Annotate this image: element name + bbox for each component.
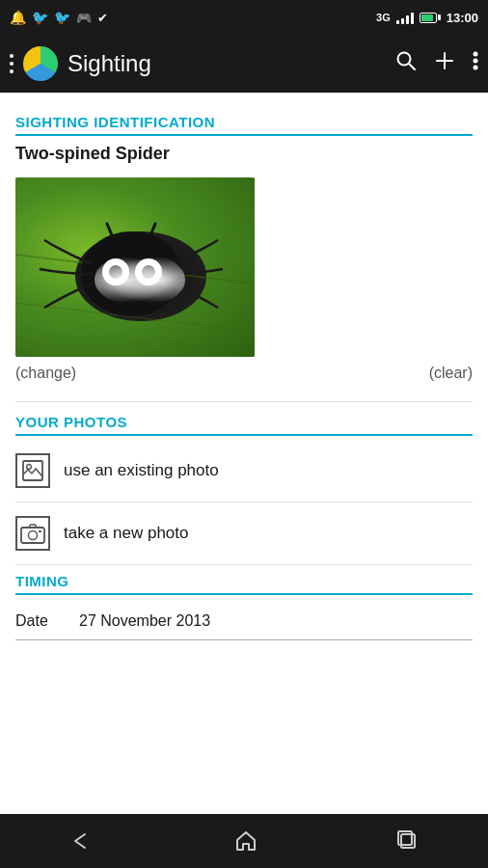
divider-3 xyxy=(15,564,473,565)
timing-section: TIMING Date 27 November 2013 xyxy=(15,573,473,640)
svg-point-10 xyxy=(102,258,129,285)
check-icon: ✔ xyxy=(97,11,108,25)
svg-point-13 xyxy=(142,265,155,279)
use-existing-label: use an existing photo xyxy=(64,461,219,480)
svg-point-4 xyxy=(474,52,478,57)
date-label: Date xyxy=(15,612,64,630)
signal-bar-1 xyxy=(396,20,399,24)
identification-section: SIGHTING IDENTIFICATION Two-spined Spide… xyxy=(15,114,473,382)
app-bar: Sighting xyxy=(0,35,488,93)
home-button[interactable] xyxy=(234,829,258,853)
svg-rect-20 xyxy=(39,530,41,532)
recents-button[interactable] xyxy=(397,830,419,852)
battery-fill xyxy=(421,14,433,21)
twitter-icon1: 🐦 xyxy=(32,10,48,25)
svg-point-11 xyxy=(135,258,162,285)
svg-point-12 xyxy=(109,265,122,279)
camera-icon xyxy=(15,516,50,551)
signal-bar-3 xyxy=(406,15,409,24)
network-label: 3G xyxy=(376,12,391,23)
signal-bar-4 xyxy=(411,13,414,24)
app-logo xyxy=(23,46,58,81)
identification-title: SIGHTING IDENTIFICATION xyxy=(15,114,473,136)
divider-2 xyxy=(15,502,473,502)
more-options-icon[interactable] xyxy=(473,50,478,77)
spider-overlay xyxy=(15,177,255,357)
add-icon[interactable] xyxy=(434,50,455,77)
use-existing-photo-option[interactable]: use an existing photo xyxy=(15,444,473,498)
menu-line-1 xyxy=(10,54,14,58)
svg-point-17 xyxy=(27,465,32,470)
svg-point-5 xyxy=(474,59,478,64)
bottom-nav xyxy=(0,814,488,868)
date-row: Date 27 November 2013 xyxy=(15,603,473,640)
back-button[interactable] xyxy=(69,830,95,852)
take-new-photo-option[interactable]: take a new photo xyxy=(15,506,473,560)
app-bar-actions xyxy=(395,50,478,77)
clear-photo-button[interactable]: (clear) xyxy=(429,365,473,382)
twitter-icon2: 🐦 xyxy=(54,10,70,25)
main-content: SIGHTING IDENTIFICATION Two-spined Spide… xyxy=(0,93,488,814)
svg-rect-18 xyxy=(21,528,44,543)
date-value[interactable]: 27 November 2013 xyxy=(79,612,210,630)
image-icon xyxy=(15,453,50,488)
svg-line-1 xyxy=(409,64,415,69)
game-icon: 🎮 xyxy=(76,11,92,25)
notification-icon: 🔔 xyxy=(10,10,26,25)
divider-1 xyxy=(15,401,473,402)
clock: 13:00 xyxy=(447,11,478,25)
signal-bars xyxy=(396,11,414,24)
svg-point-19 xyxy=(29,531,38,540)
photos-section: YOUR PHOTOS use an existing photo xyxy=(15,414,473,560)
status-right: 3G 13:00 xyxy=(376,11,478,25)
species-photo xyxy=(15,177,255,357)
drawer-icon[interactable] xyxy=(10,54,14,73)
svg-line-14 xyxy=(107,224,112,235)
svg-point-9 xyxy=(81,231,181,316)
menu-line-2 xyxy=(10,62,14,66)
signal-bar-2 xyxy=(401,18,404,24)
photo-actions: (change) (clear) xyxy=(15,365,473,382)
svg-line-15 xyxy=(150,224,155,235)
species-name: Two-spined Spider xyxy=(15,144,473,164)
menu-line-3 xyxy=(10,69,14,73)
status-bar: 🔔 🐦 🐦 🎮 ✔ 3G 13:00 xyxy=(0,0,488,35)
battery-body xyxy=(420,13,437,23)
app-title: Sighting xyxy=(68,50,386,77)
photos-title: YOUR PHOTOS xyxy=(15,414,473,436)
status-icons: 🔔 🐦 🐦 🎮 ✔ xyxy=(10,10,108,25)
photo-leaf-bg xyxy=(15,177,255,357)
svg-point-6 xyxy=(474,66,478,70)
battery-tip xyxy=(438,14,441,20)
search-icon[interactable] xyxy=(395,50,417,77)
change-photo-button[interactable]: (change) xyxy=(15,365,76,382)
battery-indicator xyxy=(420,13,441,23)
take-new-label: take a new photo xyxy=(64,524,188,543)
timing-title: TIMING xyxy=(15,573,473,595)
